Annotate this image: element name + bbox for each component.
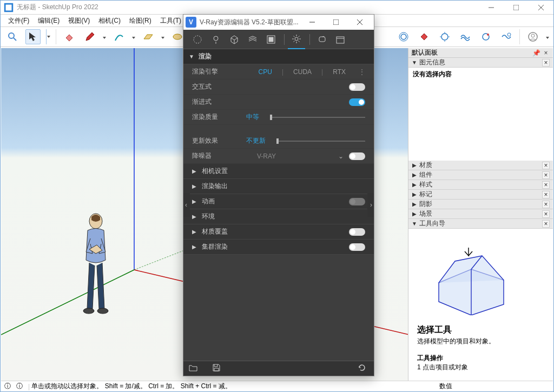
svg-point-28 <box>194 36 201 43</box>
vray-sub-animation[interactable]: ▶动画 <box>183 194 374 209</box>
window-title: 无标题 - SketchUp Pro 2022 <box>17 3 98 12</box>
rectangle-icon[interactable] <box>141 29 156 44</box>
info-icon[interactable]: ⓘ <box>4 382 13 391</box>
instructor-illustration <box>417 240 525 315</box>
vray-tab-materials-icon[interactable] <box>189 30 206 49</box>
profile-icon[interactable] <box>525 29 540 44</box>
menu-draw[interactable]: 绘图(R) <box>125 15 156 26</box>
scale-figure <box>74 211 117 320</box>
section-scenes[interactable]: ▶场景× <box>408 209 553 219</box>
svg-point-11 <box>441 34 448 40</box>
instructor-sub: 选择模型中的项目和对象。 <box>417 337 544 346</box>
svg-rect-34 <box>337 37 344 43</box>
pin-icon[interactable]: 📌 <box>532 49 540 57</box>
vray-section-render[interactable]: ▼渲染 <box>183 49 374 64</box>
section-tags[interactable]: ▶标记× <box>408 190 553 200</box>
svg-point-8 <box>173 34 182 39</box>
svg-point-23 <box>97 308 108 314</box>
tray-title: 默认面板 📌 × <box>408 48 553 58</box>
vray-icon-b[interactable] <box>417 29 432 44</box>
vray-expand-right[interactable]: › <box>367 193 374 217</box>
vray-icon-d[interactable] <box>458 29 473 44</box>
vray-close-button[interactable] <box>348 15 372 30</box>
instructor-ops: 工具操作 <box>417 354 544 363</box>
toggle-interactive[interactable] <box>349 83 365 91</box>
close-button[interactable] <box>529 1 553 15</box>
svg-rect-3 <box>513 5 519 10</box>
select-tool-button[interactable] <box>25 29 41 44</box>
entity-info-close[interactable]: × <box>542 59 550 67</box>
pencil-dropdown[interactable] <box>103 33 106 41</box>
toggle-override[interactable] <box>349 228 365 236</box>
svg-rect-32 <box>269 37 273 42</box>
profile-dropdown[interactable] <box>546 33 549 41</box>
search-icon[interactable] <box>5 29 20 44</box>
toggle-progressive[interactable] <box>349 98 365 106</box>
arc-icon[interactable] <box>111 29 127 44</box>
vray-save-icon[interactable] <box>213 364 223 373</box>
svg-point-16 <box>531 34 535 37</box>
toggle-animation[interactable] <box>349 198 365 205</box>
vray-sub-camera[interactable]: ▶相机设置 <box>183 164 374 179</box>
vray-tab-render-elements-icon[interactable] <box>262 30 280 49</box>
vray-content: ‹ › ▼渲染 渲染引擎 CPU| CUDA| RTX ⋮ 交互式 渐进式 渲染… <box>183 49 374 361</box>
vray-maximize-button[interactable] <box>324 15 348 30</box>
vray-tab-framebuffer-icon[interactable] <box>332 30 349 49</box>
update-slider[interactable] <box>276 141 365 142</box>
section-materials[interactable]: ▶材质× <box>408 161 553 170</box>
section-components[interactable]: ▶组件× <box>408 170 553 180</box>
vray-expand-left[interactable]: ‹ <box>183 193 190 217</box>
vray-title-text: V-Ray资源编辑器 V5.2-草图联盟... <box>200 18 299 27</box>
status-hint: 单击或拖动以选择对象。 Shift = 加/减。 Ctrl = 加。 Shift… <box>31 382 231 391</box>
menu-file[interactable]: 文件(F) <box>4 15 34 26</box>
toggle-swarm[interactable] <box>349 243 365 251</box>
vray-sub-material-override[interactable]: ▶材质覆盖 <box>183 224 374 240</box>
engine-cuda[interactable]: CUDA <box>289 68 316 76</box>
vray-sub-environment[interactable]: ▶环境 <box>183 209 374 224</box>
menu-edit[interactable]: 编辑(E) <box>34 15 64 26</box>
vray-tab-render-icon[interactable] <box>313 30 331 49</box>
section-styles[interactable]: ▶样式× <box>408 180 553 190</box>
vray-tab-settings-icon[interactable] <box>288 30 305 49</box>
eraser-icon[interactable] <box>62 29 77 44</box>
menu-tools[interactable]: 工具(T) <box>156 15 186 26</box>
vray-reset-icon[interactable] <box>358 363 368 374</box>
engine-more-icon[interactable]: ⋮ <box>359 68 365 76</box>
vray-tab-lights-icon[interactable] <box>207 30 225 49</box>
vray-icon-f[interactable] <box>499 29 514 44</box>
tray-close-icon[interactable]: × <box>542 49 550 57</box>
denoiser-dropdown-icon[interactable]: ⌄ <box>338 152 344 160</box>
vray-footer <box>183 361 374 376</box>
maximize-button[interactable] <box>504 1 529 15</box>
select-dropdown[interactable] <box>46 29 50 44</box>
vray-sub-output[interactable]: ▶渲染输出 <box>183 179 374 194</box>
vray-icon-e[interactable] <box>478 29 493 44</box>
quality-slider[interactable] <box>270 117 365 118</box>
engine-rtx[interactable]: RTX <box>328 68 350 76</box>
toggle-denoiser[interactable] <box>349 152 365 160</box>
svg-point-29 <box>214 36 218 41</box>
vray-icon-a[interactable] <box>396 29 411 44</box>
vray-title-bar[interactable]: V V-Ray资源编辑器 V5.2-草图联盟... <box>183 15 374 30</box>
section-shadows[interactable]: ▶阴影× <box>408 200 553 209</box>
vray-minimize-button[interactable] <box>300 15 324 30</box>
vray-row-denoiser: 降噪器 V-RAY ⌄ <box>183 149 374 164</box>
arc-dropdown[interactable] <box>132 33 135 41</box>
vray-tab-textures-icon[interactable] <box>244 30 261 49</box>
pencil-icon[interactable] <box>82 29 97 44</box>
menu-camera[interactable]: 相机(C) <box>94 15 125 26</box>
entity-info-label: 图元信息 <box>419 58 445 67</box>
vray-sub-swarm[interactable]: ▶集群渲染 <box>183 240 374 255</box>
vray-tab-geometry-icon[interactable] <box>226 30 243 49</box>
section-instructor[interactable]: ▼工具向导× <box>408 219 553 229</box>
vray-asset-editor[interactable]: V V-Ray资源编辑器 V5.2-草图联盟... ‹ › ▼渲染 渲染引擎 C… <box>183 14 374 376</box>
entity-info-head[interactable]: ▼图元信息 × <box>408 58 553 68</box>
help-icon[interactable]: ⓘ <box>16 382 25 391</box>
rect-dropdown[interactable] <box>161 33 164 41</box>
minimize-button[interactable] <box>479 1 504 15</box>
vray-logo-icon: V <box>186 17 196 28</box>
menu-view[interactable]: 视图(V) <box>64 15 94 26</box>
vray-folder-icon[interactable] <box>189 364 200 373</box>
engine-cpu[interactable]: CPU <box>254 68 276 76</box>
vray-icon-c[interactable] <box>437 29 452 44</box>
